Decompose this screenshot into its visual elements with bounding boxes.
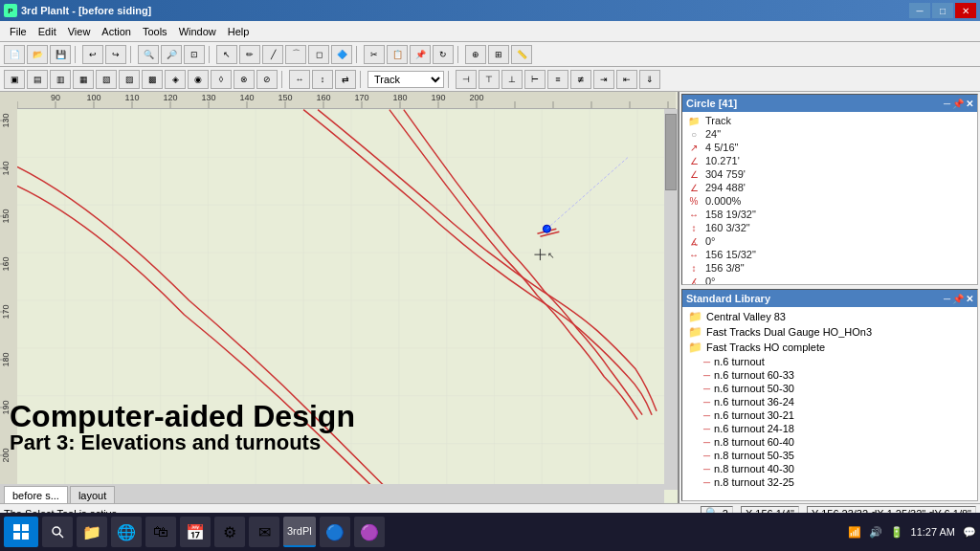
- lib-item-4[interactable]: ─ n.6 turnout 60-33: [684, 368, 975, 382]
- paste-button[interactable]: 📌: [410, 45, 431, 64]
- align-btn-8[interactable]: ⇤: [616, 70, 637, 89]
- minimize-button[interactable]: ─: [909, 3, 930, 18]
- lib-item-3[interactable]: ─ n.6 turnout: [684, 355, 975, 368]
- delete-button[interactable]: ✂: [364, 45, 385, 64]
- library-pin-btn[interactable]: 📌: [952, 294, 964, 304]
- lib-item-10[interactable]: ─ n.8 turnout 50-35: [684, 449, 975, 462]
- align-btn-3[interactable]: ⊥: [501, 70, 523, 89]
- taskbar-edge-btn[interactable]: 🌐: [111, 517, 142, 547]
- library-close-btn[interactable]: ✕: [966, 294, 973, 304]
- taskbar-3rdplanit-btn[interactable]: 3rdPl: [283, 517, 316, 547]
- fit-button[interactable]: ⊡: [184, 45, 205, 64]
- align-btn-2[interactable]: ⊤: [479, 70, 500, 89]
- taskbar-store-btn[interactable]: 🛍: [145, 517, 176, 547]
- properties-pin-btn[interactable]: 📌: [952, 99, 964, 109]
- lib-item-11[interactable]: ─ n.8 turnout 40-30: [684, 462, 975, 475]
- lib-item-2[interactable]: 📁 Fast Tracks HO complete: [684, 340, 975, 355]
- new-button[interactable]: 📄: [4, 45, 25, 64]
- taskbar-app2-btn[interactable]: 🟣: [354, 517, 385, 547]
- lib-label-10: n.8 turnout 50-35: [714, 450, 794, 461]
- menu-action[interactable]: Action: [96, 24, 137, 39]
- align-btn-9[interactable]: ⇓: [639, 70, 660, 89]
- redo-button[interactable]: ↪: [105, 45, 126, 64]
- menu-help[interactable]: Help: [222, 24, 256, 39]
- measure-button[interactable]: 📏: [511, 45, 532, 64]
- lib-item-5[interactable]: ─ n.6 turnout 50-30: [684, 382, 975, 395]
- lib-item-8[interactable]: ─ n.6 turnout 24-18: [684, 422, 975, 435]
- zoom-out-button[interactable]: 🔎: [161, 45, 182, 64]
- curve-button[interactable]: ⌒: [285, 45, 306, 64]
- layer-btn-3[interactable]: ▥: [50, 70, 71, 89]
- select-button[interactable]: ↖: [216, 45, 237, 64]
- menu-view[interactable]: View: [62, 24, 97, 39]
- lib-item-6[interactable]: ─ n.6 turnout 36-24: [684, 395, 975, 408]
- menu-edit[interactable]: Edit: [33, 24, 62, 39]
- start-button[interactable]: [4, 517, 38, 547]
- track-type-select[interactable]: Track Flex Straight: [368, 71, 444, 88]
- tool5-button[interactable]: ◻: [308, 45, 329, 64]
- align-btn-5[interactable]: ≡: [547, 70, 568, 89]
- tab-before-siding[interactable]: before s...: [4, 486, 68, 503]
- menu-file[interactable]: File: [4, 24, 33, 39]
- align-btn-4[interactable]: ⊢: [524, 70, 546, 89]
- lib-item-7[interactable]: ─ n.6 turnout 30-21: [684, 408, 975, 422]
- save-button[interactable]: 💾: [50, 45, 71, 64]
- taskbar-files-btn[interactable]: 📁: [77, 517, 107, 547]
- zoom-in-button[interactable]: 🔍: [138, 45, 159, 64]
- rotate-button[interactable]: ↻: [433, 45, 454, 64]
- properties-close-btn[interactable]: ✕: [966, 99, 973, 109]
- align-btn-1[interactable]: ⊣: [456, 70, 477, 89]
- canvas-area[interactable]: 90 100 110 120 130 140 150 160 170 180 1…: [0, 92, 679, 503]
- scrollbar-vertical[interactable]: [664, 109, 678, 490]
- undo-button[interactable]: ↩: [82, 45, 103, 64]
- separator-2: [130, 46, 134, 63]
- line-button[interactable]: ╱: [262, 45, 283, 64]
- maximize-button[interactable]: □: [932, 3, 953, 18]
- layer-btn-1[interactable]: ▣: [4, 70, 25, 89]
- open-button[interactable]: 📂: [27, 45, 48, 64]
- sep-r2-1: [281, 71, 285, 88]
- svg-text:90: 90: [51, 93, 60, 102]
- layer-btn-6[interactable]: ▨: [119, 70, 140, 89]
- align-btn-6[interactable]: ≢: [570, 70, 591, 89]
- tab-layout[interactable]: layout: [70, 486, 115, 503]
- lib-item-1[interactable]: 📁 Fast Tracks Dual Gauge HO_HOn3: [684, 324, 975, 340]
- properties-minimize-btn[interactable]: ─: [944, 99, 950, 109]
- layer-btn-12[interactable]: ⊘: [256, 70, 278, 89]
- snap-button[interactable]: ⊕: [465, 45, 486, 64]
- layer-btn-10[interactable]: ◊: [211, 70, 232, 89]
- lib-item-9[interactable]: ─ n.8 turnout 60-40: [684, 435, 975, 449]
- layer-btn-7[interactable]: ▩: [142, 70, 163, 89]
- taskbar-settings-btn[interactable]: ⚙: [214, 517, 245, 547]
- layer-btn-2[interactable]: ▤: [27, 70, 48, 89]
- scroll-thumb-vertical[interactable]: [665, 114, 677, 190]
- taskbar-search-btn[interactable]: [42, 517, 73, 547]
- copy-button[interactable]: 📋: [387, 45, 408, 64]
- menu-tools[interactable]: Tools: [137, 24, 173, 39]
- layer-btn-9[interactable]: ◉: [188, 70, 209, 89]
- prop-row-10: ↔ 156 15/32": [684, 248, 975, 261]
- grid-button[interactable]: ⊞: [488, 45, 509, 64]
- layer-btn-4[interactable]: ▦: [73, 70, 94, 89]
- svg-text:200: 200: [469, 93, 483, 102]
- lib-item-12[interactable]: ─ n.8 turnout 32-25: [684, 475, 975, 489]
- close-button[interactable]: ✕: [955, 3, 976, 18]
- layer-btn-11[interactable]: ⊗: [234, 70, 255, 89]
- props-btn-1[interactable]: ↔: [289, 70, 310, 89]
- props-btn-3[interactable]: ⇄: [335, 70, 356, 89]
- separator-4: [356, 46, 360, 63]
- taskbar-app1-btn[interactable]: 🔵: [320, 517, 350, 547]
- layer-btn-8[interactable]: ◈: [165, 70, 186, 89]
- pencil-button[interactable]: ✏: [239, 45, 260, 64]
- menu-window[interactable]: Window: [173, 24, 222, 39]
- taskbar-calendar-btn[interactable]: 📅: [180, 517, 211, 547]
- h-arrow-icon: ↔: [686, 209, 702, 220]
- props-btn-2[interactable]: ↕: [312, 70, 333, 89]
- library-minimize-btn[interactable]: ─: [944, 294, 950, 304]
- taskbar-mail-btn[interactable]: ✉: [249, 517, 279, 547]
- settings-icon: ⚙: [223, 523, 236, 541]
- layer-btn-5[interactable]: ▧: [96, 70, 117, 89]
- align-btn-7[interactable]: ⇥: [593, 70, 614, 89]
- lib-item-0[interactable]: 📁 Central Valley 83: [684, 309, 975, 324]
- tool6-button[interactable]: 🔷: [331, 45, 352, 64]
